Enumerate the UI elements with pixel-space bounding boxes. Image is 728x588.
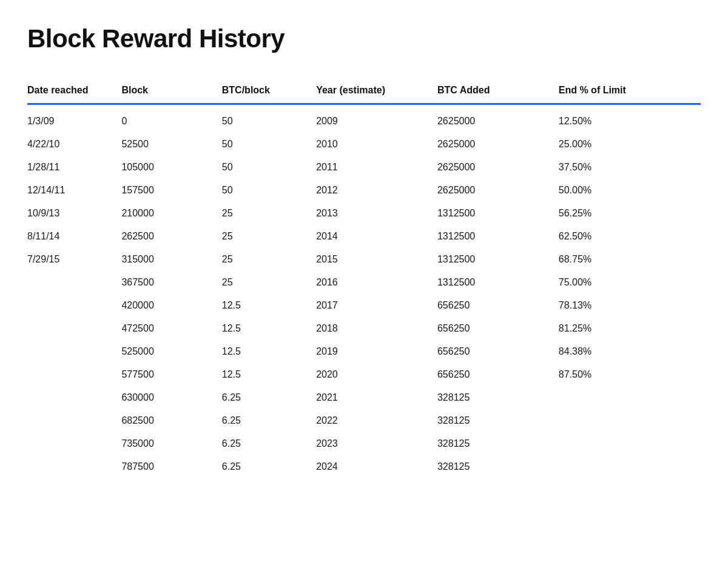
table-row: 7/29/15315000252015131250068.75% <box>27 248 701 271</box>
cell-block: 262500 <box>121 225 215 248</box>
cell-endlimit: 37.50% <box>553 156 701 179</box>
cell-date <box>27 363 121 386</box>
cell-year: 2012 <box>310 179 431 202</box>
cell-block: 52500 <box>121 133 215 156</box>
cell-year: 2014 <box>310 225 431 248</box>
table-row: 4/22/1052500502010262500025.00% <box>27 133 701 156</box>
cell-btcadded: 1312500 <box>431 202 553 225</box>
cell-year: 2010 <box>310 133 431 156</box>
cell-year: 2021 <box>310 386 431 409</box>
table-row: 10/9/13210000252013131250056.25% <box>27 202 701 225</box>
cell-btcadded: 2625000 <box>431 105 553 133</box>
cell-date: 12/14/11 <box>27 179 121 202</box>
cell-btcblock: 12.5 <box>216 294 310 317</box>
cell-year: 2018 <box>310 317 431 340</box>
table-row: 6300006.252021328125 <box>27 386 701 409</box>
cell-btcadded: 656250 <box>431 294 553 317</box>
cell-block: 682500 <box>121 409 215 432</box>
cell-block: 577500 <box>121 363 215 386</box>
cell-btcadded: 328125 <box>431 386 553 409</box>
cell-block: 315000 <box>121 248 215 271</box>
cell-btcadded: 1312500 <box>431 248 553 271</box>
cell-block: 630000 <box>121 386 215 409</box>
cell-btcadded: 2625000 <box>431 179 553 202</box>
cell-endlimit: 78.13% <box>553 294 701 317</box>
cell-block: 210000 <box>121 202 215 225</box>
table-row: 367500252016131250075.00% <box>27 271 701 294</box>
table-row: 7350006.252023328125 <box>27 432 701 455</box>
cell-btcblock: 12.5 <box>216 340 310 363</box>
cell-year: 2019 <box>310 340 431 363</box>
header-endlimit: End % of Limit <box>553 78 701 103</box>
cell-endlimit: 75.00% <box>553 271 701 294</box>
cell-date: 8/11/14 <box>27 225 121 248</box>
cell-year: 2009 <box>310 105 431 133</box>
cell-btcblock: 12.5 <box>216 317 310 340</box>
cell-btcblock: 6.25 <box>216 455 310 478</box>
cell-date <box>27 455 121 478</box>
cell-year: 2024 <box>310 455 431 478</box>
table-row: 6825006.252022328125 <box>27 409 701 432</box>
cell-btcblock: 25 <box>216 202 310 225</box>
cell-btcadded: 656250 <box>431 363 553 386</box>
table-row: 8/11/14262500252014131250062.50% <box>27 225 701 248</box>
cell-btcadded: 1312500 <box>431 271 553 294</box>
cell-year: 2022 <box>310 409 431 432</box>
cell-date <box>27 409 121 432</box>
cell-year: 2016 <box>310 271 431 294</box>
cell-btcadded: 656250 <box>431 340 553 363</box>
header-block: Block <box>121 78 215 103</box>
table-row: 1/3/090502009262500012.50% <box>27 105 701 133</box>
cell-endlimit <box>553 409 701 432</box>
cell-btcblock: 50 <box>216 105 310 133</box>
cell-block: 420000 <box>121 294 215 317</box>
table-row: 1/28/11105000502011262500037.50% <box>27 156 701 179</box>
cell-endlimit: 56.25% <box>553 202 701 225</box>
cell-block: 0 <box>121 105 215 133</box>
cell-block: 525000 <box>121 340 215 363</box>
cell-btcadded: 328125 <box>431 409 553 432</box>
header-year: Year (estimate) <box>310 78 431 103</box>
cell-endlimit: 12.50% <box>553 105 701 133</box>
cell-endlimit: 62.50% <box>553 225 701 248</box>
cell-date <box>27 271 121 294</box>
cell-year: 2011 <box>310 156 431 179</box>
cell-endlimit: 68.75% <box>553 248 701 271</box>
cell-endlimit: 25.00% <box>553 133 701 156</box>
cell-block: 787500 <box>121 455 215 478</box>
table-row: 12/14/11157500502012262500050.00% <box>27 179 701 202</box>
table-row: 42000012.5201765625078.13% <box>27 294 701 317</box>
cell-btcblock: 50 <box>216 179 310 202</box>
page-title: Block Reward History <box>27 24 701 53</box>
cell-block: 472500 <box>121 317 215 340</box>
cell-endlimit: 87.50% <box>553 363 701 386</box>
cell-block: 105000 <box>121 156 215 179</box>
cell-btcblock: 25 <box>216 271 310 294</box>
cell-date: 4/22/10 <box>27 133 121 156</box>
cell-endlimit <box>553 432 701 455</box>
header-btcblock: BTC/block <box>216 78 310 103</box>
cell-year: 2023 <box>310 432 431 455</box>
cell-block: 157500 <box>121 179 215 202</box>
block-reward-table: Date reached Block BTC/block Year (estim… <box>27 78 701 478</box>
cell-btcadded: 656250 <box>431 317 553 340</box>
cell-btcblock: 25 <box>216 248 310 271</box>
cell-date: 1/3/09 <box>27 105 121 133</box>
cell-date: 10/9/13 <box>27 202 121 225</box>
cell-endlimit: 50.00% <box>553 179 701 202</box>
cell-date <box>27 432 121 455</box>
cell-date <box>27 317 121 340</box>
cell-btcblock: 25 <box>216 225 310 248</box>
cell-btcblock: 50 <box>216 156 310 179</box>
cell-endlimit: 84.38% <box>553 340 701 363</box>
table-body: 1/3/090502009262500012.50%4/22/105250050… <box>27 105 701 478</box>
cell-date <box>27 294 121 317</box>
cell-btcadded: 328125 <box>431 432 553 455</box>
table-header-row: Date reached Block BTC/block Year (estim… <box>27 78 701 103</box>
cell-btcblock: 12.5 <box>216 363 310 386</box>
table-row: 47250012.5201865625081.25% <box>27 317 701 340</box>
table-row: 7875006.252024328125 <box>27 455 701 478</box>
cell-btcadded: 1312500 <box>431 225 553 248</box>
cell-date: 1/28/11 <box>27 156 121 179</box>
cell-endlimit: 81.25% <box>553 317 701 340</box>
